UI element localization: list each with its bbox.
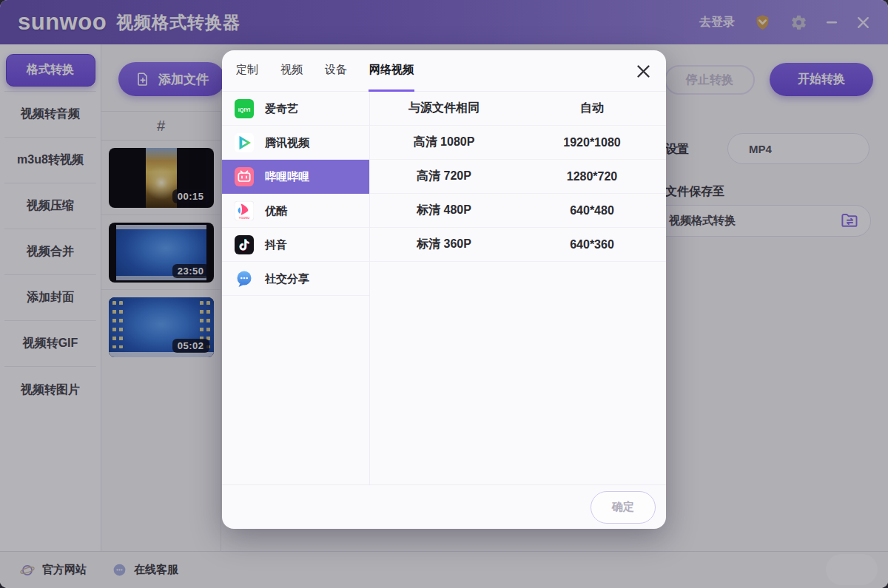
tab-custom[interactable]: 定制 [235, 50, 259, 92]
tab-video[interactable]: 视频 [280, 50, 303, 92]
resolution-row-source[interactable]: 与源文件相同 自动 [370, 92, 666, 126]
dialog-close-button[interactable] [632, 60, 654, 82]
tab-device[interactable]: 设备 [324, 50, 348, 92]
dialog-footer: 确定 [222, 484, 666, 529]
app-window: sunwoo 视频格式转换器 去登录 格式转换 [0, 0, 888, 588]
platform-row-douyin[interactable]: 抖音 [222, 228, 369, 262]
platform-row-youku[interactable]: YOUKU 优酷 [222, 194, 369, 228]
resolution-row-720p[interactable]: 高清 720P 1280*720 [370, 160, 666, 194]
douyin-icon [235, 235, 254, 254]
resolution-row-360p[interactable]: 标清 360P 640*360 [370, 228, 666, 262]
youku-icon: YOUKU [235, 201, 254, 220]
resolution-row-480p[interactable]: 标清 480P 640*480 [370, 194, 666, 228]
bilibili-icon [235, 167, 254, 186]
tab-web-video[interactable]: 网络视频 [369, 50, 414, 92]
resolution-row-1080p[interactable]: 高清 1080P 1920*1080 [370, 126, 666, 160]
platform-list: iQIYI 爱奇艺 腾讯视频 [222, 92, 370, 484]
svg-text:YOUKU: YOUKU [239, 216, 250, 220]
dialog-close-icon [636, 64, 651, 79]
platform-row-tencent-video[interactable]: 腾讯视频 [222, 126, 369, 160]
tencent-video-icon [235, 133, 254, 152]
social-share-icon [235, 269, 254, 288]
format-dialog: 定制 视频 设备 网络视频 iQIYI 爱奇艺 [222, 50, 666, 529]
confirm-button[interactable]: 确定 [591, 491, 656, 524]
svg-text:iQIYI: iQIYI [238, 107, 250, 113]
platform-row-social-share[interactable]: 社交分享 [222, 262, 369, 296]
dialog-body: iQIYI 爱奇艺 腾讯视频 [222, 92, 666, 484]
dialog-tabs: 定制 视频 设备 网络视频 [222, 50, 666, 92]
iqiyi-icon: iQIYI [235, 99, 254, 118]
platform-row-bilibili[interactable]: 哔哩哔哩 [222, 160, 369, 194]
resolution-table: 与源文件相同 自动 高清 1080P 1920*1080 高清 720P 128… [370, 92, 666, 484]
platform-row-iqiyi[interactable]: iQIYI 爱奇艺 [222, 92, 369, 126]
